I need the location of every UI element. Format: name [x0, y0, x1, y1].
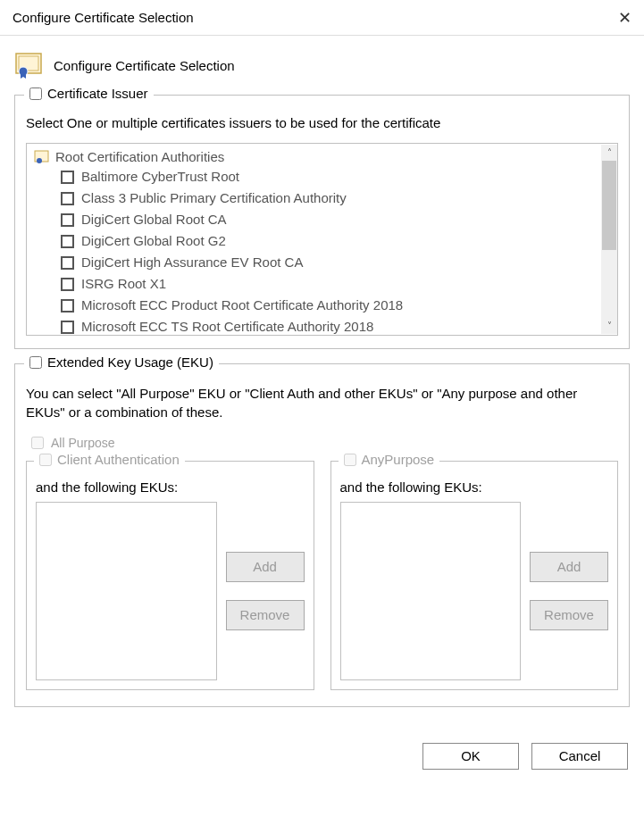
issuer-item-checkbox[interactable]: [61, 256, 74, 270]
header-title: Configure Certificate Selection: [54, 58, 235, 73]
issuer-item-checkbox[interactable]: [61, 171, 74, 184]
client-auth-add-button[interactable]: Add: [226, 552, 305, 582]
ok-button[interactable]: OK: [422, 743, 519, 770]
all-purpose-checkbox[interactable]: [31, 437, 44, 449]
issuer-item-label: DigiCert High Assurance EV Root CA: [81, 252, 303, 273]
issuer-item-checkbox[interactable]: [61, 192, 74, 205]
issuer-item[interactable]: Microsoft ECC TS Root Certificate Author…: [61, 316, 610, 336]
issuer-item-checkbox[interactable]: [61, 213, 74, 227]
scroll-thumb[interactable]: [602, 161, 616, 250]
certificate-issuer-legend: Certificate Issuer: [24, 86, 154, 101]
issuer-tree[interactable]: Root Certification Authorities Baltimore…: [26, 143, 618, 336]
issuer-instruction: Select One or multiple certificates issu…: [26, 115, 618, 130]
any-purpose-subtitle: and the following EKUs:: [340, 479, 609, 495]
dialog-body: Configure Certificate Selection Certific…: [0, 36, 644, 732]
eku-legend: Extended Key Usage (EKU): [24, 354, 219, 370]
client-auth-legend: Client Authentication: [34, 452, 185, 467]
issuer-item-label: Microsoft ECC Product Root Certificate A…: [81, 295, 403, 316]
certificate-icon: [14, 52, 45, 79]
issuer-item-label: DigiCert Global Root G2: [81, 230, 226, 252]
issuer-item-checkbox[interactable]: [61, 278, 74, 291]
issuer-item[interactable]: DigiCert High Assurance EV Root CA: [61, 252, 610, 273]
any-purpose-remove-button[interactable]: Remove: [530, 600, 608, 630]
close-icon[interactable]: ✕: [618, 8, 631, 28]
client-auth-remove-button[interactable]: Remove: [226, 600, 305, 630]
issuer-item-label: Baltimore CyberTrust Root: [81, 166, 239, 188]
eku-columns: Client Authentication and the following …: [26, 461, 618, 690]
issuer-scrollbar[interactable]: ˄ ˅: [601, 145, 617, 334]
header: Configure Certificate Selection: [14, 52, 630, 79]
any-purpose-add-button[interactable]: Add: [530, 552, 608, 582]
issuer-root-label: Root Certification Authorities: [55, 149, 224, 164]
scroll-up-icon[interactable]: ˄: [601, 145, 617, 161]
issuer-item[interactable]: Baltimore CyberTrust Root: [61, 166, 610, 188]
issuer-item[interactable]: ISRG Root X1: [61, 273, 610, 295]
title-bar: Configure Certificate Selection ✕: [0, 0, 644, 36]
issuer-tree-inner: Root Certification Authorities Baltimore…: [27, 144, 617, 335]
any-purpose-buttons: Add Remove: [530, 502, 608, 680]
issuer-item-checkbox[interactable]: [61, 299, 74, 312]
any-purpose-body: Add Remove: [340, 502, 609, 680]
client-auth-body: Add Remove: [36, 502, 305, 680]
client-auth-subtitle: and the following EKUs:: [36, 479, 305, 495]
certificate-mini-icon: [34, 150, 50, 164]
issuer-root-row[interactable]: Root Certification Authorities: [34, 149, 610, 164]
issuer-item-label: ISRG Root X1: [81, 273, 166, 295]
any-purpose-legend-label: AnyPurpose: [362, 452, 435, 467]
cancel-button[interactable]: Cancel: [531, 743, 628, 770]
certificate-issuer-checkbox[interactable]: [29, 88, 42, 100]
issuer-item-checkbox[interactable]: [61, 321, 74, 334]
client-auth-group: Client Authentication and the following …: [26, 461, 314, 690]
client-auth-legend-label: Client Authentication: [57, 452, 180, 467]
svg-point-4: [37, 158, 42, 163]
eku-legend-label: Extended Key Usage (EKU): [47, 354, 213, 370]
eku-group: Extended Key Usage (EKU) You can select …: [14, 363, 630, 707]
client-auth-list[interactable]: [36, 502, 217, 680]
issuer-item[interactable]: DigiCert Global Root CA: [61, 209, 610, 230]
window-title: Configure Certificate Selection: [13, 10, 194, 25]
certificate-issuer-group: Certificate Issuer Select One or multipl…: [14, 95, 630, 349]
issuer-item[interactable]: DigiCert Global Root G2: [61, 230, 610, 252]
issuer-item-label: Microsoft ECC TS Root Certificate Author…: [81, 316, 373, 336]
certificate-issuer-legend-label: Certificate Issuer: [47, 86, 148, 101]
issuer-item[interactable]: Class 3 Public Primary Certification Aut…: [61, 188, 610, 209]
client-auth-checkbox[interactable]: [39, 454, 52, 466]
all-purpose-row: All Purpose: [31, 436, 618, 450]
any-purpose-legend: AnyPurpose: [339, 452, 440, 467]
dialog-button-bar: OK Cancel: [0, 732, 644, 780]
any-purpose-checkbox[interactable]: [344, 454, 356, 466]
any-purpose-list[interactable]: [340, 502, 522, 680]
any-purpose-group: AnyPurpose and the following EKUs: Add R…: [330, 461, 619, 690]
client-auth-buttons: Add Remove: [226, 502, 305, 680]
eku-checkbox[interactable]: [29, 356, 42, 369]
issuer-item-checkbox[interactable]: [61, 235, 74, 248]
scroll-down-icon[interactable]: ˅: [601, 318, 617, 334]
all-purpose-label: All Purpose: [51, 436, 115, 450]
eku-description: You can select "All Purpose" EKU or "Cli…: [26, 384, 618, 421]
issuer-item-label: Class 3 Public Primary Certification Aut…: [81, 188, 347, 209]
issuer-item-label: DigiCert Global Root CA: [81, 209, 227, 230]
issuer-item[interactable]: Microsoft ECC Product Root Certificate A…: [61, 295, 610, 316]
